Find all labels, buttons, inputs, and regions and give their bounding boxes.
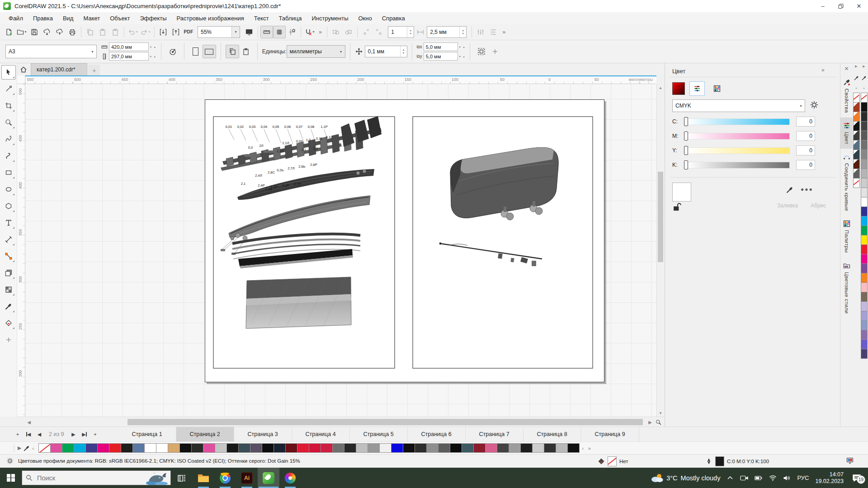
copies-spinner[interactable]: 1 ▴▾ — [388, 26, 414, 38]
spal-doc-swatch-6[interactable] — [853, 150, 860, 160]
outline-width-spinner[interactable]: 2,5 мм ▴▾ — [427, 26, 467, 38]
page-tab-8[interactable]: Страница 8 — [524, 427, 581, 441]
spal-std-swatch-11[interactable] — [861, 197, 868, 207]
dimension-tool[interactable] — [1, 232, 16, 247]
docker-eyedropper-icon[interactable] — [786, 186, 793, 193]
menu-item-текст[interactable]: Текст — [249, 13, 274, 23]
menu-item-окно[interactable]: Окно — [353, 13, 377, 23]
spal-doc-swatch-1[interactable] — [853, 102, 860, 112]
language-indicator[interactable]: РУС — [797, 474, 809, 481]
zoom-combo-caret-icon[interactable]: ▾ — [231, 27, 240, 38]
spal-std-swatch-19[interactable] — [861, 273, 868, 283]
menu-item-вид[interactable]: Вид — [58, 13, 79, 23]
channel-slider-track[interactable] — [687, 162, 790, 169]
color-settings-gear-icon[interactable] — [6, 457, 14, 465]
sheer-wedge[interactable] — [238, 249, 353, 268]
clock-widget[interactable]: 14:07 19.02.2023 — [815, 471, 844, 485]
document-palette-flyout-icon[interactable]: ▶ — [855, 65, 857, 68]
bottom-palette-swatch-38[interactable] — [485, 443, 497, 453]
menu-item-макет[interactable]: Макет — [78, 13, 105, 23]
page-tab-6[interactable]: Страница 6 — [408, 427, 466, 441]
bottom-palette-swatch-10[interactable] — [156, 443, 168, 453]
page-tab-3[interactable]: Страница 3 — [234, 427, 292, 441]
deck-plate-panel[interactable] — [246, 277, 351, 328]
bottom-palette-swatch-5[interactable] — [97, 443, 109, 453]
volume-icon[interactable] — [783, 475, 791, 481]
spal-doc-swatch-7[interactable] — [853, 159, 860, 169]
bottom-palette-swatch-13[interactable] — [191, 443, 203, 453]
lock-open-icon[interactable] — [672, 202, 681, 211]
portrait-orientation-button[interactable] — [189, 45, 203, 58]
menu-item-правка[interactable]: Правка — [28, 13, 58, 23]
bottom-palette-swatch-6[interactable] — [109, 443, 121, 453]
units-combo[interactable]: миллиметры ▾ — [287, 45, 345, 58]
undo-button[interactable]: ▾ — [127, 26, 139, 38]
scroll-right-icon[interactable]: ▶ — [646, 418, 654, 426]
bspline-tool[interactable] — [1, 149, 16, 163]
spal-std-swatch-1[interactable] — [861, 102, 868, 112]
channel-slider-handle[interactable] — [684, 117, 688, 126]
units-caret-icon[interactable]: ▾ — [337, 46, 345, 57]
spal-std-swatch-9[interactable] — [861, 178, 868, 188]
export-button[interactable] — [170, 26, 182, 38]
channel-slider-handle[interactable] — [684, 160, 688, 169]
menu-item-объект[interactable]: Объект — [105, 13, 135, 23]
tray-chevron-up-icon[interactable] — [726, 475, 734, 481]
bottom-palette-swatch-22[interactable] — [297, 443, 309, 453]
docker-more-options-icon[interactable]: ●●● — [801, 186, 813, 192]
angle-dial[interactable] — [166, 45, 179, 58]
publish-pdf-button[interactable]: PDF — [182, 26, 195, 38]
spal-std-swatch-2[interactable] — [861, 112, 868, 122]
bottom-palette-swatch-44[interactable] — [556, 443, 568, 453]
crop-tool[interactable] — [1, 99, 16, 113]
spal-doc-swatch-0[interactable] — [853, 93, 860, 103]
print-button[interactable] — [66, 26, 79, 38]
spal-doc-swatch-2[interactable] — [853, 112, 860, 122]
current-color-swatch[interactable] — [672, 183, 691, 202]
interactive-fill-tool[interactable] — [1, 316, 16, 330]
spal-std-swatch-4[interactable] — [861, 131, 868, 141]
menu-item-эффекты[interactable]: Эффекты — [135, 13, 172, 23]
bottom-palette-swatch-32[interactable] — [415, 443, 427, 453]
page-height-input[interactable]: 297,0 мм — [109, 52, 149, 61]
spal-std-swatch-24[interactable] — [861, 320, 868, 330]
show-grid-toggle[interactable] — [273, 26, 286, 38]
object-properties-button[interactable] — [487, 26, 500, 38]
apply-outline-label[interactable]: Абрис — [811, 202, 826, 209]
channel-slider-handle[interactable] — [684, 131, 688, 141]
nudge-spinner[interactable]: 0,1 мм ▴▾ — [365, 46, 407, 57]
fullscreen-preview-button[interactable] — [243, 26, 255, 38]
document-tab[interactable]: катер1.200.cdr* — [31, 63, 87, 75]
docker-overflow-icon[interactable]: » — [821, 67, 825, 73]
freehand-tool[interactable] — [1, 132, 16, 146]
apply-fill-label[interactable]: Заливка — [777, 202, 798, 209]
cut-button[interactable] — [84, 26, 96, 38]
open-button[interactable]: ▾ — [15, 26, 28, 38]
add-property-button[interactable] — [488, 45, 502, 58]
palette-scroll-left-icon[interactable]: ‹ — [30, 446, 36, 451]
page-paper[interactable]: 0,010,020,030,040,050,060,070,081,1Р 0,0… — [205, 99, 604, 382]
page-tab-9[interactable]: Страница 9 — [581, 427, 639, 441]
paste-button[interactable] — [109, 26, 122, 38]
page-tab-5[interactable]: Страница 5 — [350, 427, 408, 441]
preset-caret-icon[interactable]: ▾ — [89, 45, 96, 58]
bottom-palette-swatch-30[interactable] — [391, 443, 403, 453]
search-input[interactable] — [36, 474, 128, 482]
new-document-button[interactable] — [3, 26, 15, 38]
spal-doc-swatch-3[interactable] — [853, 121, 860, 131]
bottom-palette-swatch-24[interactable] — [321, 443, 333, 453]
bottom-palette-swatch-34[interactable] — [438, 443, 450, 453]
weather-widget[interactable]: 3°C Mostly cloudy — [651, 473, 720, 483]
spal-std-swatch-25[interactable] — [861, 330, 868, 340]
bottom-palette-swatch-42[interactable] — [532, 443, 544, 453]
bottom-palette-swatch-15[interactable] — [215, 443, 227, 453]
wifi-icon[interactable] — [769, 475, 777, 481]
spal-std-swatch-13[interactable] — [861, 216, 868, 226]
bottom-palette-swatch-8[interactable] — [132, 443, 145, 453]
ruler-origin-corner[interactable] — [17, 75, 25, 84]
spal-std-swatch-6[interactable] — [861, 150, 868, 160]
file-explorer-button[interactable] — [193, 468, 214, 488]
vertical-scrollbar[interactable]: ▲ ▼ — [656, 84, 664, 417]
bottom-palette-swatch-2[interactable] — [62, 443, 74, 453]
spal-doc-swatch-9[interactable] — [853, 178, 860, 188]
